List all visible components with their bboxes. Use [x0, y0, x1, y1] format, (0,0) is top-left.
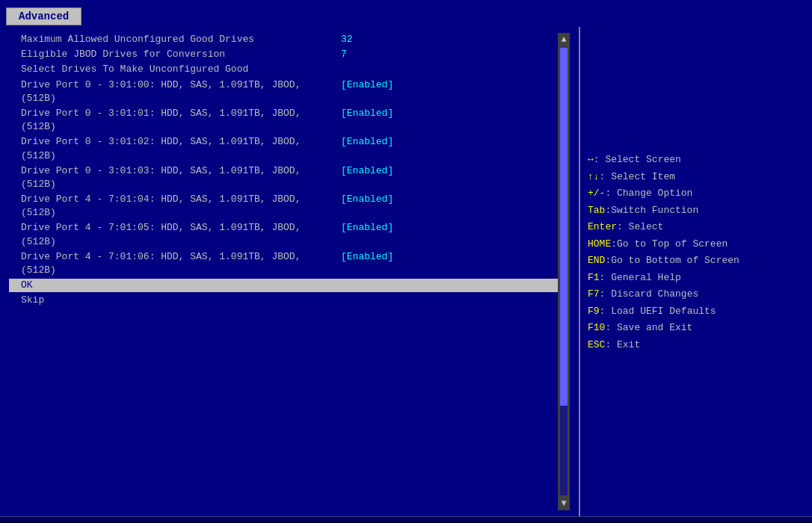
left-panel: Maximum Allowed Unconfigured Good Drives… — [0, 27, 580, 516]
item-label-11: Skip — [21, 294, 335, 307]
item-label-5: Drive Port 0 - 3:01:02: HDD, SAS, 1.091T… — [21, 135, 335, 162]
help-key-4: Enter — [588, 221, 617, 232]
help-item-7: F1: General Help — [588, 270, 805, 285]
help-key-5: HOME — [588, 238, 611, 250]
help-key-11: ESC — [588, 339, 605, 350]
menu-item-3[interactable]: Drive Port 0 - 3:01:00: HDD, SAS, 1.091T… — [9, 78, 558, 105]
menu-item-9[interactable]: Drive Port 4 - 7:01:06: HDD, SAS, 1.091T… — [9, 250, 558, 277]
help-key-3: Tab — [588, 205, 605, 216]
item-value-1: 7 — [341, 48, 408, 61]
help-key-9: F9 — [588, 306, 600, 317]
scroll-up-arrow[interactable]: ▲ — [559, 33, 568, 46]
item-label-6: Drive Port 0 - 3:01:03: HDD, SAS, 1.091T… — [21, 164, 335, 191]
item-label-2: Select Drives To Make Unconfigured Good — [21, 63, 335, 76]
help-desc-4: : Select — [617, 221, 663, 232]
help-key-0: ↔ — [588, 154, 594, 165]
item-value-7: [Enabled] — [341, 193, 408, 206]
help-item-8: F7: Discard Changes — [588, 287, 805, 302]
scroll-thumb — [560, 48, 568, 406]
menu-item-1[interactable]: Eligible JBOD Drives for Conversion7 — [9, 48, 558, 61]
help-item-0: ↔: Select Screen — [588, 152, 805, 167]
item-label-9: Drive Port 4 - 7:01:06: HDD, SAS, 1.091T… — [21, 250, 335, 277]
help-desc-8: : Discard Changes — [600, 288, 699, 300]
help-desc-1: : Select Item — [600, 171, 675, 182]
menu-item-10[interactable]: ▶OK — [9, 279, 558, 292]
arrow-10: ▶ — [9, 279, 18, 292]
item-value-8: [Enabled] — [341, 221, 408, 235]
menu-item-2[interactable]: Select Drives To Make Unconfigured Good — [9, 63, 558, 76]
help-desc-5: :Go to Top of Screen — [611, 238, 728, 250]
item-label-8: Drive Port 4 - 7:01:05: HDD, SAS, 1.091T… — [21, 221, 335, 248]
main-content: Maximum Allowed Unconfigured Good Drives… — [0, 27, 812, 516]
help-item-2: +/-: Change Option — [588, 186, 805, 201]
item-value-3: [Enabled] — [341, 78, 408, 92]
menu-item-0[interactable]: Maximum Allowed Unconfigured Good Drives… — [9, 33, 558, 46]
help-section: ↔: Select Screen↑↓: Select Item+/-: Chan… — [588, 152, 805, 352]
help-desc-3: :Switch Function — [605, 205, 698, 216]
menu-item-4[interactable]: Drive Port 0 - 3:01:01: HDD, SAS, 1.091T… — [9, 107, 558, 134]
title-bar — [0, 0, 812, 3]
item-label-0: Maximum Allowed Unconfigured Good Drives — [21, 33, 335, 46]
item-label-10: OK — [21, 279, 335, 292]
scroll-down-arrow[interactable]: ▼ — [559, 497, 568, 510]
item-value-0: 32 — [341, 33, 408, 46]
help-desc-9: : Load UEFI Defaults — [600, 306, 716, 317]
item-value-6: [Enabled] — [341, 164, 408, 178]
help-desc-11: : Exit — [605, 339, 640, 350]
item-label-1: Eligible JBOD Drives for Conversion — [21, 48, 335, 61]
menu-item-6[interactable]: Drive Port 0 - 3:01:03: HDD, SAS, 1.091T… — [9, 164, 558, 191]
menu-item-8[interactable]: Drive Port 4 - 7:01:05: HDD, SAS, 1.091T… — [9, 221, 558, 248]
help-key-8: F7 — [588, 288, 600, 300]
help-desc-6: :Go to Bottom of Screen — [605, 255, 739, 266]
menu-area: Maximum Allowed Unconfigured Good Drives… — [9, 33, 558, 510]
help-desc-0: : Select Screen — [594, 154, 681, 165]
help-key-1: ↑↓ — [588, 171, 600, 182]
help-item-6: END:Go to Bottom of Screen — [588, 253, 805, 268]
item-value-5: [Enabled] — [341, 135, 408, 149]
help-item-11: ESC: Exit — [588, 338, 805, 353]
tab-advanced[interactable]: Advanced — [6, 7, 81, 25]
item-label-4: Drive Port 0 - 3:01:01: HDD, SAS, 1.091T… — [21, 107, 335, 134]
app: Advanced Maximum Allowed Unconfigured Go… — [0, 0, 812, 523]
help-desc-10: : Save and Exit — [605, 322, 692, 333]
bottom-bar — [0, 516, 812, 523]
item-label-3: Drive Port 0 - 3:01:00: HDD, SAS, 1.091T… — [21, 78, 335, 105]
menu-item-5[interactable]: Drive Port 0 - 3:01:02: HDD, SAS, 1.091T… — [9, 135, 558, 162]
menu-item-7[interactable]: Drive Port 4 - 7:01:04: HDD, SAS, 1.091T… — [9, 193, 558, 220]
scrollbar: ▲ ▼ — [558, 33, 570, 510]
scroll-track — [560, 48, 568, 495]
tab-row: Advanced — [0, 4, 812, 25]
item-value-4: [Enabled] — [341, 107, 408, 120]
help-key-7: F1 — [588, 272, 600, 283]
help-item-4: Enter: Select — [588, 220, 805, 235]
help-key-2: +/- — [588, 188, 605, 199]
item-label-7: Drive Port 4 - 7:01:04: HDD, SAS, 1.091T… — [21, 193, 335, 220]
help-item-5: HOME:Go to Top of Screen — [588, 237, 805, 252]
item-value-9: [Enabled] — [341, 250, 408, 264]
help-key-10: F10 — [588, 322, 605, 333]
right-panel: ↔: Select Screen↑↓: Select Item+/-: Chan… — [580, 27, 812, 516]
help-key-6: END — [588, 255, 605, 266]
help-item-3: Tab:Switch Function — [588, 203, 805, 218]
help-item-10: F10: Save and Exit — [588, 321, 805, 335]
menu-item-11[interactable]: Skip — [9, 294, 558, 307]
help-desc-2: : Change Option — [605, 188, 692, 199]
help-item-1: ↑↓: Select Item — [588, 170, 805, 185]
help-item-9: F9: Load UEFI Defaults — [588, 304, 805, 319]
help-desc-7: : General Help — [600, 272, 681, 283]
